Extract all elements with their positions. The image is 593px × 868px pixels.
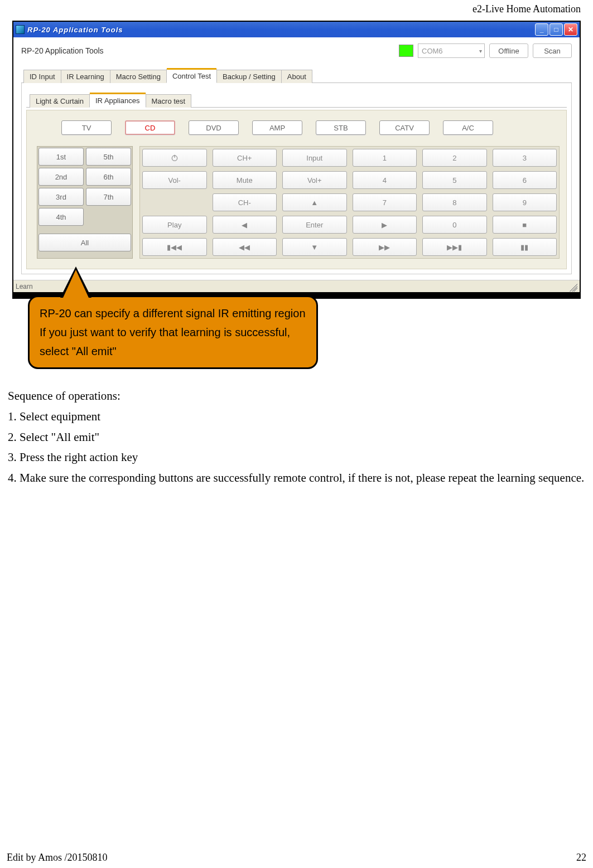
emit-spacer [86,208,131,226]
input-button[interactable]: Input [282,149,347,167]
num-7-button[interactable]: 7 [353,193,417,211]
skip-back-button[interactable]: ▮◀◀ [142,238,207,256]
mute-button[interactable]: Mute [213,171,277,189]
callout: RP-20 can specify a different signal IR … [28,266,318,369]
chevron-down-icon: ▾ [479,48,482,54]
num-0-button[interactable]: 0 [422,216,487,234]
toolbar-title: RP-20 Application Tools [21,46,104,55]
device-amp[interactable]: AMP [252,120,302,135]
sequence-title: Sequence of operations: [8,386,585,406]
footer-left: Edit by Amos /20150810 [7,852,108,864]
num-9-button[interactable]: 9 [493,193,557,211]
doc-header: e2-Live Home Automation [6,0,587,17]
page-footer: Edit by Amos /20150810 22 [0,850,593,868]
device-tv[interactable]: TV [61,120,112,135]
sequence-step-2: 2. Select "All emit" [8,427,585,448]
sub-tabs: Light & Curtain IR Appliances Macro test [26,93,567,108]
device-stb[interactable]: STB [316,120,366,135]
scan-button[interactable]: Scan [533,43,572,58]
offline-button[interactable]: Offline [489,43,528,58]
power-icon [170,153,179,162]
stop-button[interactable]: ■ [493,216,557,234]
sequence-step-1: 1. Select equipment [8,406,585,427]
tab-ir-appliances[interactable]: IR Appliances [89,94,146,108]
rewind-button[interactable]: ◀◀ [213,238,277,256]
emit-5th[interactable]: 5th [86,148,131,166]
left-arrow-button[interactable]: ◀ [213,216,277,234]
main-tabs: ID Input IR Learning Macro Setting Contr… [21,69,572,83]
com-port-value: COM6 [422,47,443,55]
tab-macro-setting[interactable]: Macro Setting [110,70,167,83]
tab-about[interactable]: About [281,70,312,83]
com-port-select[interactable]: COM6 ▾ [418,43,485,58]
device-dvd[interactable]: DVD [189,120,239,135]
emit-6th[interactable]: 6th [86,168,131,186]
power-button[interactable] [142,149,207,167]
device-row: TV CD DVD AMP STB CATV A/C [33,117,560,143]
emit-all[interactable]: All [38,234,131,251]
sequence-step-3: 3. Press the right action key [8,447,585,468]
tab-light-curtain[interactable]: Light & Curtain [30,94,90,108]
resize-grip-icon[interactable] [567,282,577,292]
num-4-button[interactable]: 4 [353,171,417,189]
num-1-button[interactable]: 1 [353,149,417,167]
footer-page-number: 22 [576,852,586,864]
sequence-step-4: 4. Make sure the corresponding buttons a… [8,468,585,488]
device-catv[interactable]: CATV [379,120,430,135]
num-8-button[interactable]: 8 [422,193,487,211]
tab-backup-setting[interactable]: Backup / Setting [216,70,282,83]
tab-ir-learning[interactable]: IR Learning [61,70,110,83]
device-cd[interactable]: CD [125,120,175,135]
up-arrow-button[interactable]: ▲ [282,193,347,211]
app-window: RP-20 Application Tools _ □ ✕ RP-20 Appl… [12,21,581,293]
tab-macro-test[interactable]: Macro test [146,94,192,108]
volume-up-button[interactable]: Vol+ [282,171,347,189]
pause-button[interactable]: ▮▮ [493,238,557,256]
emit-2nd[interactable]: 2nd [38,168,84,186]
close-button[interactable]: ✕ [564,23,577,36]
num-3-button[interactable]: 3 [493,149,557,167]
tab-control-test[interactable]: Control Test [166,69,217,83]
maximize-button[interactable]: □ [549,23,563,36]
body-text: Sequence of operations: 1. Select equipm… [8,386,585,488]
channel-up-button[interactable]: CH+ [213,149,277,167]
emit-7th[interactable]: 7th [86,188,131,206]
tab-id-input[interactable]: ID Input [23,70,61,83]
skip-forward-button[interactable]: ▶▶▮ [422,238,487,256]
num-2-button[interactable]: 2 [422,149,487,167]
command-panel: CH+ Input 1 2 3 Vol- Mute Vol+ 4 5 6 [139,146,560,259]
titlebar: RP-20 Application Tools _ □ ✕ [13,22,580,37]
status-color-indicator [399,45,413,57]
callout-text: RP-20 can specify a different signal IR … [28,295,318,369]
app-icon [16,25,25,34]
ir-appliances-panel: TV CD DVD AMP STB CATV A/C 1st 5th [26,110,567,269]
window-title: RP-20 Application Tools [27,26,123,34]
minimize-button[interactable]: _ [535,23,548,36]
channel-down-button[interactable]: CH- [213,193,277,211]
device-ac[interactable]: A/C [443,120,493,135]
play-button[interactable]: Play [142,216,207,234]
enter-button[interactable]: Enter [282,216,347,234]
volume-down-button[interactable]: Vol- [142,171,207,189]
emit-4th[interactable]: 4th [38,208,84,226]
callout-pointer-icon [60,266,91,298]
down-arrow-button[interactable]: ▼ [282,238,347,256]
fast-forward-button[interactable]: ▶▶ [353,238,417,256]
num-6-button[interactable]: 6 [493,171,557,189]
emit-1st[interactable]: 1st [38,148,84,166]
num-5-button[interactable]: 5 [422,171,487,189]
emit-region-panel: 1st 5th 2nd 6th 3rd 7th 4th All [37,146,133,259]
emit-3rd[interactable]: 3rd [38,188,84,206]
right-arrow-button[interactable]: ▶ [353,216,417,234]
